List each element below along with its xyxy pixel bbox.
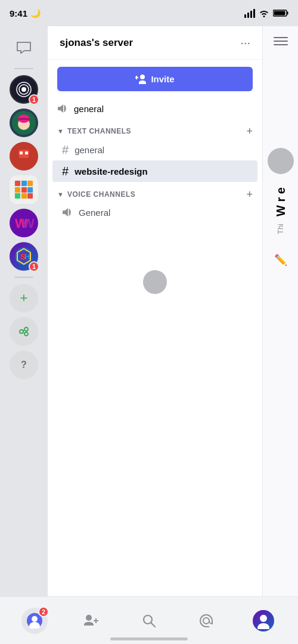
sidebar-item-server4[interactable]: [10, 175, 38, 204]
channel-general[interactable]: # general: [52, 139, 257, 160]
svg-line-37: [23, 333, 24, 333]
more-options-button[interactable]: ···: [240, 36, 250, 49]
home-avatar: 2: [21, 608, 48, 634]
svg-rect-2: [274, 11, 285, 16]
voice-channels-section: ▼ VOICE CHANNELS +: [48, 182, 262, 202]
channel-website-redesign-name: website-redesign: [74, 166, 148, 177]
server6-badge: 1: [29, 261, 39, 272]
svg-rect-20: [27, 181, 33, 186]
right-panel-subtitle: Thi: [276, 224, 285, 234]
svg-rect-23: [27, 187, 33, 193]
server1-badge: 1: [29, 94, 39, 105]
sidebar-item-add[interactable]: +: [10, 284, 38, 312]
voice-speaker-icon: [62, 207, 73, 218]
right-panel-avatar: [268, 148, 294, 174]
svg-line-42: [151, 623, 156, 627]
invite-label: Invite: [151, 74, 174, 84]
svg-rect-26: [27, 193, 33, 199]
svg-point-43: [203, 618, 209, 624]
sidebar-item-browse[interactable]: [10, 317, 38, 346]
sidebar-divider-1: [14, 68, 33, 69]
sidebar-item-server5[interactable]: W W: [10, 209, 38, 237]
channel-panel: sjonas's server ··· Invite general ▼ TEX…: [48, 26, 262, 596]
svg-rect-11: [20, 151, 23, 154]
svg-rect-19: [21, 181, 27, 186]
status-icons: [244, 9, 288, 18]
svg-rect-15: [29, 154, 31, 159]
svg-rect-1: [287, 12, 288, 15]
sidebar-item-server2[interactable]: [10, 109, 38, 137]
server-name: sjonas's server: [60, 37, 133, 49]
svg-point-44: [260, 615, 267, 622]
mentions-icon: [198, 613, 214, 628]
tab-mentions[interactable]: [178, 613, 235, 628]
profile-avatar-image: [255, 612, 272, 629]
menu-line-3: [274, 44, 288, 45]
content-area: [48, 222, 262, 342]
voice-channel-general[interactable]: General: [52, 202, 257, 222]
svg-rect-14: [17, 154, 19, 159]
tab-friends[interactable]: [63, 613, 120, 628]
text-channels-section: ▼ TEXT CHANNELS +: [48, 119, 262, 139]
battery-icon: [273, 9, 288, 17]
channel-general-name: general: [74, 145, 104, 155]
voice-channel-top[interactable]: general: [48, 98, 262, 119]
status-bar: 9:41 🌙: [0, 0, 298, 26]
tab-home[interactable]: 2: [6, 608, 63, 634]
home-badge: 2: [38, 606, 49, 617]
invite-icon: [135, 75, 146, 84]
svg-point-34: [24, 327, 28, 331]
svg-rect-21: [15, 187, 20, 193]
sidebar-item-server6[interactable]: S H 1: [10, 242, 38, 271]
svg-rect-24: [15, 193, 20, 199]
sidebar-item-server3[interactable]: [10, 142, 38, 171]
svg-line-36: [23, 330, 24, 330]
svg-rect-18: [15, 181, 20, 186]
tab-profile[interactable]: [235, 610, 292, 631]
left-sidebar: 1: [0, 26, 48, 596]
voice-channels-chevron: ▼: [57, 191, 64, 198]
sidebar-item-messages[interactable]: [10, 33, 38, 62]
svg-text:H: H: [24, 252, 30, 261]
svg-rect-13: [21, 159, 27, 164]
svg-point-33: [20, 330, 23, 333]
hash-icon-website: #: [62, 165, 69, 177]
server-header: sjonas's server ···: [48, 26, 262, 60]
right-panel-title: W r e: [274, 187, 288, 216]
status-time: 9:41: [10, 8, 27, 18]
text-channels-label[interactable]: TEXT CHANNELS: [67, 127, 131, 135]
avatar-circle: [268, 148, 294, 174]
sidebar-item-server1[interactable]: 1: [10, 75, 38, 104]
svg-rect-9: [18, 118, 30, 120]
text-channels-add[interactable]: +: [246, 126, 253, 137]
svg-point-45: [257, 623, 269, 629]
menu-line-1: [274, 37, 288, 38]
sidebar-item-help[interactable]: ?: [10, 351, 38, 379]
right-panel-peek: W r e Thi ✏️: [262, 26, 298, 596]
svg-rect-22: [21, 187, 27, 193]
right-panel-menu[interactable]: [274, 37, 288, 45]
svg-point-5: [21, 87, 26, 92]
svg-rect-12: [25, 151, 28, 154]
tab-search[interactable]: [120, 613, 178, 628]
voice-channels-label[interactable]: VOICE CHANNELS: [67, 190, 135, 199]
svg-rect-16: [21, 156, 26, 158]
signal-icon: [244, 9, 255, 18]
wifi-icon: [259, 9, 269, 17]
moon-icon: 🌙: [30, 8, 41, 18]
channel-website-redesign[interactable]: # website-redesign: [52, 160, 257, 182]
svg-point-39: [32, 616, 38, 622]
edit-icon[interactable]: ✏️: [274, 253, 287, 267]
home-indicator: [110, 637, 188, 640]
voice-channel-top-name: general: [74, 104, 104, 114]
svg-text:W: W: [22, 216, 34, 231]
voice-channel-general-name: General: [79, 208, 110, 218]
profile-avatar: [253, 610, 274, 631]
text-channels-chevron: ▼: [57, 128, 64, 135]
speaker-icon: [57, 103, 68, 114]
bottom-tab-bar: 2: [0, 596, 298, 644]
svg-rect-25: [21, 193, 27, 199]
invite-button[interactable]: Invite: [57, 67, 253, 91]
voice-channels-add[interactable]: +: [246, 189, 253, 200]
loading-spinner: [143, 270, 167, 294]
